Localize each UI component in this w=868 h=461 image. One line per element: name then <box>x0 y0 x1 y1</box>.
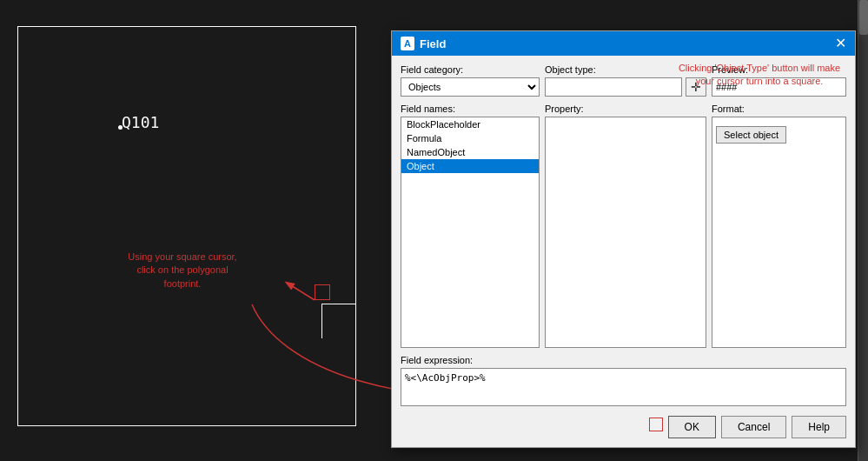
cad-rectangle <box>17 26 356 426</box>
format-label: Format: <box>712 104 846 114</box>
field-expression-section: Field expression: %<\AcObjProp>% <box>401 355 846 409</box>
dialog-title-left: A Field <box>401 37 446 50</box>
ok-button[interactable]: OK <box>668 416 716 438</box>
format-area[interactable]: Select object <box>712 117 846 348</box>
field-names-item-formula[interactable]: Formula <box>401 131 539 145</box>
field-names-label: Field names: <box>401 104 540 114</box>
cad-notch <box>321 304 356 338</box>
dialog-main-area: Field category: Objects Field names: Blo… <box>401 64 846 348</box>
field-expression-input[interactable]: %<\AcObjProp>% <box>401 368 846 406</box>
scrollbar-thumb[interactable] <box>859 0 868 35</box>
scrollbar-strip[interactable] <box>858 0 868 461</box>
field-expression-label: Field expression: <box>401 355 846 365</box>
property-label: Property: <box>545 104 706 114</box>
dialog-title: Field <box>420 37 446 50</box>
field-names-list[interactable]: BlockPlaceholder Formula NamedObject Obj… <box>401 117 540 348</box>
field-category-label: Field category: <box>401 64 540 75</box>
select-object-button[interactable]: Select object <box>716 126 786 144</box>
dialog-body: Field category: Objects Field names: Blo… <box>392 56 855 447</box>
field-names-item-blockplaceholder[interactable]: BlockPlaceholder <box>401 117 539 131</box>
cancel-button[interactable]: Cancel <box>721 416 786 438</box>
field-names-item-namedobject[interactable]: NamedObject <box>401 145 539 159</box>
field-category-row: Objects <box>401 77 540 97</box>
cad-block-label: Q101 <box>122 113 159 131</box>
dialog-middle-panel: Object type: ✛ Property: <box>545 64 706 348</box>
field-dialog: A Field ✕ Clicking 'Object Type' button … <box>391 30 856 448</box>
dialog-close-button[interactable]: ✕ <box>835 37 846 50</box>
field-category-select[interactable]: Objects <box>401 77 540 97</box>
dialog-right-panel: Preview: Format: Select object <box>712 64 846 348</box>
dialog-footer: OK Cancel Help <box>401 416 846 438</box>
ok-arrow-box <box>649 418 663 431</box>
ok-arrow-indicator: OK <box>668 416 716 438</box>
property-area[interactable] <box>545 117 706 348</box>
cad-arrow-indicator <box>315 284 330 300</box>
field-names-item-object[interactable]: Object <box>401 159 539 173</box>
object-type-input[interactable] <box>545 77 682 97</box>
cad-annotation-text: Using your square cursor, click on the p… <box>126 251 239 291</box>
help-button[interactable]: Help <box>792 416 846 438</box>
dialog-titlebar: A Field ✕ <box>392 31 855 56</box>
dialog-left-panel: Field category: Objects Field names: Blo… <box>401 64 540 348</box>
dialog-app-icon: A <box>401 37 414 50</box>
dialog-tooltip-text: Clicking 'Object Type' button will make … <box>673 62 846 89</box>
